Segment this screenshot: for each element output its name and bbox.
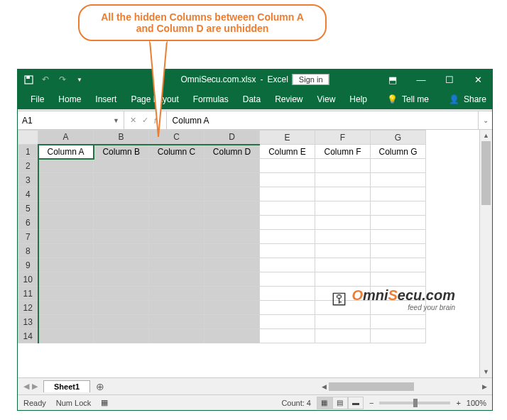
sheet-nav-next-icon[interactable]: ▶ [32,382,38,391]
cell-C4[interactable] [149,187,205,201]
macro-record-icon[interactable]: ▦ [101,398,108,407]
horizontal-scrollbar[interactable]: ◀ ▶ [319,382,489,392]
cell-E12[interactable] [260,301,315,315]
cell-D11[interactable] [205,287,260,301]
cell-F4[interactable] [315,187,371,201]
save-icon[interactable] [23,74,33,84]
cell-B10[interactable] [94,272,149,287]
cell-A14[interactable] [38,329,94,343]
cell-A5[interactable] [38,201,94,216]
cell-C14[interactable] [149,329,205,343]
cell-C12[interactable] [149,301,205,315]
cell-G10[interactable] [371,272,426,287]
cell-A1[interactable]: Column A [38,145,94,159]
cell-C8[interactable] [149,244,205,258]
cell-F2[interactable] [315,159,371,173]
cell-G14[interactable] [371,329,426,343]
formula-input[interactable]: Column A [167,116,478,126]
scroll-left-icon[interactable]: ◀ [319,383,329,390]
cell-A9[interactable] [38,258,94,272]
cell-C2[interactable] [149,159,205,173]
minimize-icon[interactable]: — [407,70,435,89]
cell-B2[interactable] [94,159,149,173]
cell-B7[interactable] [94,230,149,244]
cell-E1[interactable]: Column E [260,145,315,159]
tab-home[interactable]: Home [51,89,88,109]
cell-F7[interactable] [315,230,371,244]
cell-D1[interactable]: Column D [205,145,260,159]
cell-D13[interactable] [205,315,260,329]
row-header-4[interactable]: 4 [18,187,38,201]
row-header-7[interactable]: 7 [18,230,38,244]
col-header-G[interactable]: G [371,131,426,145]
formula-cancel-icon[interactable]: ✕ [130,116,136,125]
cell-A3[interactable] [38,173,94,187]
share-button[interactable]: Share [464,94,486,104]
cell-G5[interactable] [371,201,426,216]
cell-A11[interactable] [38,287,94,301]
cell-F9[interactable] [315,258,371,272]
cell-B13[interactable] [94,315,149,329]
cell-G8[interactable] [371,244,426,258]
row-header-9[interactable]: 9 [18,258,38,272]
tab-formulas[interactable]: Formulas [186,89,236,109]
row-header-11[interactable]: 11 [18,287,38,301]
scroll-right-icon[interactable]: ▶ [479,383,489,390]
col-header-B[interactable]: B [94,131,149,145]
vertical-scrollbar[interactable]: ▲ ▼ [479,130,492,377]
cell-B3[interactable] [94,173,149,187]
zoom-handle[interactable] [413,399,418,407]
scroll-up-icon[interactable]: ▲ [480,130,492,141]
cell-F6[interactable] [315,216,371,230]
cell-B4[interactable] [94,187,149,201]
cell-G6[interactable] [371,216,426,230]
zoom-in-icon[interactable]: + [456,399,460,407]
cell-A8[interactable] [38,244,94,258]
row-header-10[interactable]: 10 [18,272,38,287]
cell-A12[interactable] [38,301,94,315]
cell-B5[interactable] [94,201,149,216]
cell-F5[interactable] [315,201,371,216]
row-header-1[interactable]: 1 [18,145,38,159]
cell-A6[interactable] [38,216,94,230]
cell-A13[interactable] [38,315,94,329]
cell-E6[interactable] [260,216,315,230]
cell-C6[interactable] [149,216,205,230]
cell-B6[interactable] [94,216,149,230]
cell-C13[interactable] [149,315,205,329]
cell-C10[interactable] [149,272,205,287]
name-box-dropdown-icon[interactable]: ▼ [113,117,119,124]
cell-B1[interactable]: Column B [94,145,149,159]
name-box[interactable]: A1 ▼ [18,111,124,129]
view-page-layout-icon[interactable]: ▤ [332,397,348,409]
cell-D8[interactable] [205,244,260,258]
cell-D9[interactable] [205,258,260,272]
row-header-8[interactable]: 8 [18,244,38,258]
cell-A4[interactable] [38,187,94,201]
tell-me[interactable]: Tell me [402,94,429,104]
redo-icon[interactable]: ↷ [58,74,67,84]
cell-G9[interactable] [371,258,426,272]
row-header-12[interactable]: 12 [18,301,38,315]
cell-E9[interactable] [260,258,315,272]
cell-F3[interactable] [315,173,371,187]
cell-A2[interactable] [38,159,94,173]
tab-review[interactable]: Review [268,89,310,109]
row-header-2[interactable]: 2 [18,159,38,173]
cell-E13[interactable] [260,315,315,329]
sheet-nav-prev-icon[interactable]: ◀ [23,382,29,391]
row-header-6[interactable]: 6 [18,216,38,230]
undo-icon[interactable]: ↶ [40,74,50,84]
tab-view[interactable]: View [310,89,343,109]
cell-A10[interactable] [38,272,94,287]
tab-insert[interactable]: Insert [88,89,124,109]
cell-F13[interactable] [315,315,371,329]
zoom-slider[interactable] [379,402,450,404]
row-header-13[interactable]: 13 [18,315,38,329]
cell-D14[interactable] [205,329,260,343]
tab-file[interactable]: File [23,89,51,109]
col-header-A[interactable]: A [38,131,94,145]
view-page-break-icon[interactable]: ▬ [348,397,364,409]
cell-E3[interactable] [260,173,315,187]
cell-C1[interactable]: Column C [149,145,205,159]
